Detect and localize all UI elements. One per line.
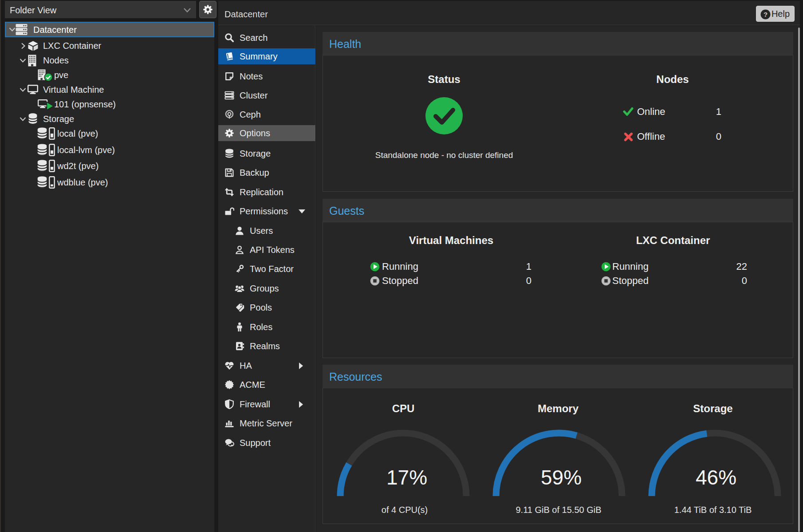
svg-text:?: ? (764, 10, 768, 18)
